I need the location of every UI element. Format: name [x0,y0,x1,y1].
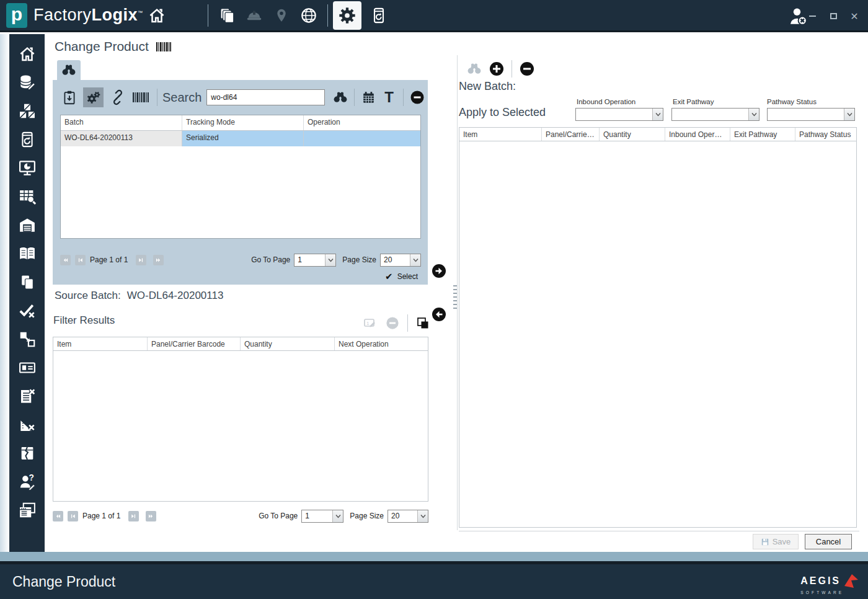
save-button[interactable]: Save [753,534,799,549]
left-gradient-strip [0,34,9,561]
sidebar-device-history-icon[interactable] [16,130,38,149]
chevron-down-icon[interactable] [748,109,759,120]
settings-gear-icon[interactable] [333,1,361,30]
column-header-batch[interactable]: Batch [61,115,182,130]
minimize-button[interactable] [807,11,817,21]
titlebar: p FactoryLogix™ ✕ [0,0,868,32]
scan-barcode-button[interactable] [130,87,151,107]
operation-cell[interactable] [304,131,420,146]
source-batch: Source Batch:WO-DL64-20200113 [55,290,223,302]
column-header-inbound-operation[interactable]: Inbound Operati... [665,128,730,141]
date-filter-button[interactable] [358,87,379,107]
column-header-panel-barcode[interactable]: Panel/Carrier Barcode [148,337,241,350]
next-page-button[interactable] [136,255,146,265]
sidebar-badge-icon[interactable] [16,358,38,378]
home-icon[interactable] [143,2,170,29]
paste-batch-button[interactable] [59,87,79,107]
column-header-item[interactable]: Item [459,128,542,141]
tracking-mode-cell[interactable]: Serialized [182,131,304,146]
column-header-exit-pathway[interactable]: Exit Pathway [730,128,795,141]
previous-page-button[interactable] [68,511,78,521]
column-header-panel-barcode[interactable]: Panel/Carrier Bar... [542,128,600,141]
sidebar-documents-icon[interactable] [16,272,38,292]
column-header-quantity[interactable]: Quantity [600,128,665,141]
first-page-button[interactable] [60,255,71,265]
chevron-down-icon[interactable] [652,109,663,120]
remove-batch-button[interactable] [518,59,536,79]
inbound-operation-value [576,109,663,111]
globe-icon[interactable] [295,2,322,29]
column-header-operation[interactable]: Operation [304,115,420,130]
inbound-operation-dropdown[interactable] [575,108,663,121]
column-header-item[interactable]: Item [53,337,148,350]
chevron-down-icon[interactable] [332,510,343,522]
documents-icon[interactable] [213,2,241,29]
filter-results-title: Filter Results [53,314,115,327]
move-right-button[interactable] [432,264,446,278]
previous-page-button[interactable] [75,255,86,265]
close-button[interactable]: ✕ [849,11,859,21]
sidebar-dashboard-icon[interactable] [16,158,38,178]
column-header-pathway-status[interactable]: Pathway Status [795,128,856,141]
barcode-icon [156,42,171,51]
sidebar-data-editor-icon[interactable] [16,73,38,92]
run-search-button[interactable] [330,87,350,107]
splitter-grip[interactable] [453,285,457,310]
sidebar-measurement-remove-icon[interactable] [16,415,38,435]
sidebar-transfer-icon[interactable] [16,329,38,349]
sidebar-packaging-icon[interactable] [16,101,38,121]
link-batch-button[interactable] [107,87,128,107]
column-header-next-operation[interactable]: Next Operation [335,337,428,350]
page-size-dropdown[interactable]: 20 [388,510,428,523]
sidebar-reports-icon[interactable] [16,500,38,520]
batch-cell[interactable]: WO-DL64-20200113 [61,131,182,146]
hardhat-icon[interactable] [241,2,268,29]
pathway-status-dropdown[interactable] [767,108,855,121]
sidebar-validation-icon[interactable] [16,301,38,321]
batch-row-selected[interactable]: WO-DL64-20200113 Serialized [61,131,420,146]
location-pin-icon[interactable] [268,2,295,29]
tab-batch-search[interactable] [57,60,81,80]
sidebar-user-support-icon[interactable]: ? [16,472,38,492]
remove-filter-button[interactable] [383,314,402,332]
move-left-button[interactable] [432,307,446,322]
cancel-button[interactable]: Cancel [805,534,852,549]
maximize-button[interactable] [828,11,838,21]
goto-page-dropdown[interactable]: 1 [294,254,336,267]
next-page-button[interactable] [128,511,139,521]
find-batch-button[interactable] [465,59,484,79]
sidebar-home-icon[interactable] [16,44,38,64]
batch-options-button[interactable] [83,87,104,107]
exit-pathway-dropdown[interactable] [671,108,760,121]
sidebar-checklist-remove-icon[interactable] [16,386,38,406]
add-batch-button[interactable] [487,59,506,79]
clear-search-button[interactable] [407,87,428,107]
column-header-quantity[interactable]: Quantity [241,337,335,350]
chevron-down-icon[interactable] [417,510,428,522]
select-batch-button[interactable]: ✔ Select [385,271,418,282]
new-batch-panel: New Batch: Apply to Selected Inbound Ope… [459,34,859,552]
device-history-icon[interactable] [365,2,392,29]
cascade-squares-icon [415,316,430,331]
batch-toolbar: Search T [53,85,428,110]
sidebar-warehouse-icon[interactable] [16,215,38,235]
chevron-down-icon[interactable] [325,254,335,266]
last-page-button[interactable] [153,255,164,265]
first-page-button[interactable] [53,511,63,521]
sidebar-documentation-icon[interactable] [16,244,38,264]
app-logo: p [6,3,27,28]
goto-page-dropdown[interactable]: 1 [301,510,343,523]
search-input[interactable] [206,89,325,105]
multi-select-button[interactable] [414,314,432,332]
user-logout-icon[interactable] [787,5,809,27]
sidebar-query-table-icon[interactable] [16,187,38,206]
text-filter-button[interactable]: T [379,87,399,107]
last-page-button[interactable] [146,511,156,521]
source-batch-label: Source Batch: [55,290,121,301]
page-size-dropdown[interactable]: 20 [380,254,421,267]
sidebar-damaged-unit-icon[interactable] [16,443,38,463]
edit-tag-button[interactable]: 1 [361,314,379,332]
chevron-down-icon[interactable] [410,254,420,266]
column-header-tracking-mode[interactable]: Tracking Mode [182,115,304,130]
chevron-down-icon[interactable] [844,109,854,120]
